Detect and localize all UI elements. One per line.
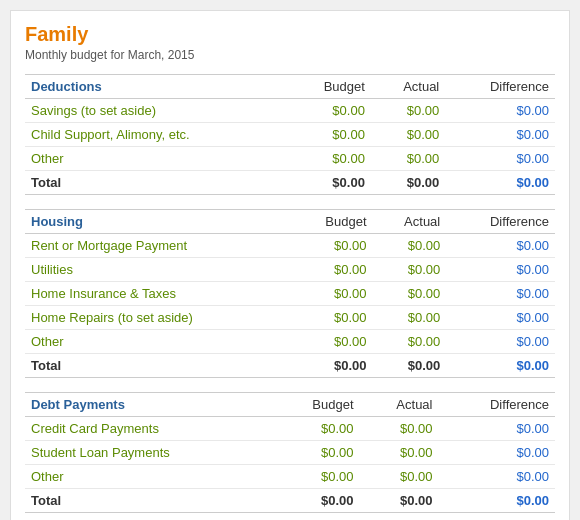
- row-actual: $0.00: [373, 234, 447, 258]
- row-label: Other: [25, 147, 289, 171]
- col-header-actual: Actual: [371, 75, 445, 99]
- total-budget: $0.00: [289, 171, 371, 195]
- table-row: Other$0.00$0.00$0.00: [25, 465, 555, 489]
- row-actual: $0.00: [371, 123, 445, 147]
- row-actual: $0.00: [371, 147, 445, 171]
- table-row: Rent or Mortgage Payment$0.00$0.00$0.00: [25, 234, 555, 258]
- row-budget: $0.00: [291, 258, 372, 282]
- row-difference: $0.00: [445, 147, 555, 171]
- col-header-difference: Difference: [438, 393, 555, 417]
- row-difference: $0.00: [446, 330, 555, 354]
- table-row: Home Repairs (to set aside)$0.00$0.00$0.…: [25, 306, 555, 330]
- row-label: Other: [25, 330, 291, 354]
- section-deductions: DeductionsBudgetActualDifferenceSavings …: [25, 74, 555, 195]
- total-difference: $0.00: [446, 354, 555, 378]
- total-difference: $0.00: [445, 171, 555, 195]
- table-row: Credit Card Payments$0.00$0.00$0.00: [25, 417, 555, 441]
- table-row: Student Loan Payments$0.00$0.00$0.00: [25, 441, 555, 465]
- row-label: Rent or Mortgage Payment: [25, 234, 291, 258]
- row-actual: $0.00: [360, 465, 439, 489]
- col-header-actual: Actual: [373, 210, 447, 234]
- row-label: Other: [25, 465, 272, 489]
- row-budget: $0.00: [289, 147, 371, 171]
- budget-page: Family Monthly budget for March, 2015 De…: [10, 10, 570, 520]
- total-label: Total: [25, 171, 289, 195]
- total-budget: $0.00: [291, 354, 372, 378]
- sections-container: DeductionsBudgetActualDifferenceSavings …: [25, 74, 555, 513]
- row-difference: $0.00: [438, 417, 555, 441]
- section-heading-debt-payments: Debt Payments: [25, 393, 272, 417]
- row-difference: $0.00: [446, 258, 555, 282]
- row-budget: $0.00: [291, 234, 372, 258]
- row-budget: $0.00: [291, 282, 372, 306]
- total-label: Total: [25, 489, 272, 513]
- table-row: Home Insurance & Taxes$0.00$0.00$0.00: [25, 282, 555, 306]
- page-subtitle: Monthly budget for March, 2015: [25, 48, 555, 62]
- table-row: Child Support, Alimony, etc.$0.00$0.00$0…: [25, 123, 555, 147]
- row-label: Student Loan Payments: [25, 441, 272, 465]
- row-label: Home Insurance & Taxes: [25, 282, 291, 306]
- total-actual: $0.00: [360, 489, 439, 513]
- total-difference: $0.00: [438, 489, 555, 513]
- row-actual: $0.00: [373, 282, 447, 306]
- total-budget: $0.00: [272, 489, 359, 513]
- row-difference: $0.00: [438, 465, 555, 489]
- row-budget: $0.00: [291, 306, 372, 330]
- row-budget: $0.00: [272, 465, 359, 489]
- row-budget: $0.00: [272, 417, 359, 441]
- col-header-difference: Difference: [445, 75, 555, 99]
- row-label: Credit Card Payments: [25, 417, 272, 441]
- col-header-budget: Budget: [291, 210, 372, 234]
- row-difference: $0.00: [446, 282, 555, 306]
- col-header-budget: Budget: [272, 393, 359, 417]
- section-heading-deductions: Deductions: [25, 75, 289, 99]
- col-header-actual: Actual: [360, 393, 439, 417]
- table-row: Utilities$0.00$0.00$0.00: [25, 258, 555, 282]
- row-actual: $0.00: [373, 306, 447, 330]
- section-heading-housing: Housing: [25, 210, 291, 234]
- total-actual: $0.00: [373, 354, 447, 378]
- row-actual: $0.00: [371, 99, 445, 123]
- row-difference: $0.00: [446, 306, 555, 330]
- row-difference: $0.00: [446, 234, 555, 258]
- row-label: Home Repairs (to set aside): [25, 306, 291, 330]
- total-label: Total: [25, 354, 291, 378]
- total-row: Total$0.00$0.00$0.00: [25, 354, 555, 378]
- total-actual: $0.00: [371, 171, 445, 195]
- row-budget: $0.00: [289, 123, 371, 147]
- table-row: Other$0.00$0.00$0.00: [25, 330, 555, 354]
- row-label: Utilities: [25, 258, 291, 282]
- row-actual: $0.00: [373, 330, 447, 354]
- section-debt-payments: Debt PaymentsBudgetActualDifferenceCredi…: [25, 392, 555, 513]
- table-row: Other$0.00$0.00$0.00: [25, 147, 555, 171]
- row-budget: $0.00: [289, 99, 371, 123]
- page-title: Family: [25, 23, 555, 46]
- row-actual: $0.00: [360, 441, 439, 465]
- row-label: Child Support, Alimony, etc.: [25, 123, 289, 147]
- section-housing: HousingBudgetActualDifferenceRent or Mor…: [25, 209, 555, 378]
- row-actual: $0.00: [360, 417, 439, 441]
- row-budget: $0.00: [272, 441, 359, 465]
- row-budget: $0.00: [291, 330, 372, 354]
- table-row: Savings (to set aside)$0.00$0.00$0.00: [25, 99, 555, 123]
- total-row: Total$0.00$0.00$0.00: [25, 489, 555, 513]
- row-difference: $0.00: [445, 99, 555, 123]
- row-actual: $0.00: [373, 258, 447, 282]
- row-difference: $0.00: [438, 441, 555, 465]
- total-row: Total$0.00$0.00$0.00: [25, 171, 555, 195]
- row-difference: $0.00: [445, 123, 555, 147]
- col-header-difference: Difference: [446, 210, 555, 234]
- row-label: Savings (to set aside): [25, 99, 289, 123]
- col-header-budget: Budget: [289, 75, 371, 99]
